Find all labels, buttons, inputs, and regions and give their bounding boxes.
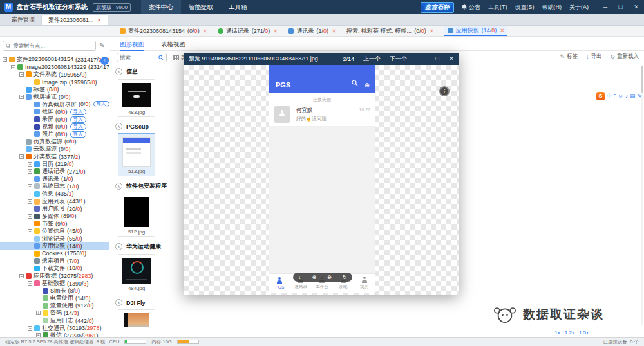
sogou-logo-icon[interactable]: S — [596, 92, 605, 100]
tree-item-通话记录[interactable]: +通话记录(271/0) — [0, 168, 109, 176]
close-button[interactable]: ✕ — [629, 0, 644, 14]
tree-item-浏览记录[interactable]: 浏览记录(55/0) — [0, 235, 109, 242]
collapse-toggle-icon[interactable]: − — [19, 274, 24, 278]
voice-icon[interactable]: ♪ — [625, 92, 628, 100]
tree-item-多媒体[interactable]: +多媒体(89/0) — [0, 212, 109, 220]
tree-item-下载文件[interactable]: 下载文件(18/0) — [0, 265, 109, 273]
tree-item-基础数据[interactable]: −基础数据(1390/3) — [0, 280, 109, 287]
tree-item-微信[interactable]: +微信(27236/2961) — [0, 332, 109, 337]
collapse-section-icon[interactable]: ∧ — [115, 299, 122, 306]
action-重新载入[interactable]: ↻重新载入 — [610, 53, 639, 60]
import-button[interactable]: 导入 — [70, 109, 86, 115]
close-tab-icon[interactable]: ✕ — [430, 28, 434, 34]
minimize-button[interactable]: ─ — [598, 0, 613, 14]
expand-toggle-icon[interactable]: + — [28, 192, 32, 196]
import-button[interactable]: 导入 — [70, 131, 86, 138]
tree-item-Sim卡[interactable]: Sim卡(8/0) — [0, 287, 109, 295]
tree-item-书签[interactable]: 书签(9/0) — [0, 220, 109, 228]
view-tab-表格视图[interactable]: 表格视图 — [161, 37, 185, 51]
window-tab-案件管理[interactable]: 案件管理 — [5, 14, 41, 25]
tree-item-截屏[interactable]: 截屏(0/0)导入 — [0, 108, 109, 116]
tree-item-标签[interactable]: 标签(0/0) — [0, 86, 109, 93]
content-tab-应用快照[interactable]: 应用快照 (14/0)✕ — [444, 26, 508, 36]
info-icon[interactable]: i — [439, 86, 450, 96]
tree-item-仿真截屏录屏[interactable]: 仿真截屏录屏(0/0)导入 — [0, 101, 109, 109]
thumbnail-card[interactable] — [118, 309, 155, 327]
tree-item-Image.zip[interactable]: Image.zip(195965/0) — [0, 78, 109, 86]
tree-item-Cookies[interactable]: Cookies(1750/0) — [0, 250, 109, 257]
punctuation-icon[interactable]: ” — [614, 92, 616, 100]
scrollbar-thumb[interactable] — [641, 66, 643, 93]
thumbnail-card-484.jpg[interactable]: 484.jpg — [118, 254, 155, 293]
content-tab-案件20230608143154[interactable]: 案件20230608143154 (0/0)✕ — [120, 26, 207, 36]
import-button[interactable]: 导入 — [70, 116, 86, 123]
tree-item-应用日志[interactable]: 应用日志(442/0) — [0, 317, 109, 325]
tree-item-电量使用[interactable]: 电量使用(14/0) — [0, 295, 109, 302]
preview-maximize-button[interactable]: □ — [430, 53, 444, 65]
thumbnail-card-483.jpg[interactable]: 483.jpg — [118, 79, 155, 117]
expand-toggle-icon[interactable]: + — [28, 229, 32, 233]
expand-toggle-icon[interactable]: + — [28, 169, 32, 174]
tree-item-通讯录[interactable]: 通讯录(1/0) — [0, 176, 109, 183]
collapse-toggle-icon[interactable]: − — [19, 72, 24, 77]
chinese-mode-icon[interactable]: 中 — [607, 92, 612, 100]
titlebar-link-设置(S)[interactable]: 设置(S) — [515, 3, 535, 12]
panel-collapse-button[interactable]: ↕ — [100, 57, 109, 65]
content-tab-搜索: 桃彩茶 模式: 模糊...[interactable]: 搜索: 桃彩茶 模式: 模糊... (0/0)✕ — [346, 26, 434, 36]
gallery-search-input[interactable] — [120, 54, 158, 60]
import-button[interactable]: 导入 — [93, 101, 109, 107]
window-tab-案件202306081...[interactable]: 案件202306081...✕ — [41, 14, 108, 25]
collapse-section-icon[interactable]: ∧ — [115, 68, 122, 75]
view-tab-图形视图[interactable]: 图形视图 — [120, 37, 144, 51]
zoom-level-1.2x[interactable]: 1.2x — [565, 330, 574, 336]
tree-item-社交通讯[interactable]: −社交通讯(30193/2978) — [0, 324, 109, 332]
close-tab-icon[interactable]: ✕ — [97, 16, 102, 24]
close-tab-icon[interactable]: ✕ — [500, 27, 504, 33]
preview-close-button[interactable]: ✕ — [444, 53, 459, 65]
import-button[interactable]: 导入 — [70, 123, 86, 130]
tree-search-box[interactable] — [3, 41, 96, 51]
tree-item-仿真数据源[interactable]: 仿真数据源(0/0) — [0, 138, 109, 146]
maximize-button[interactable]: ❐ — [613, 0, 629, 14]
menu-item-工具箱[interactable]: 工具箱 — [221, 0, 255, 14]
collapse-toggle-icon[interactable]: − — [3, 57, 7, 62]
tree-item-分类数据[interactable]: −分类数据(3377/2) — [0, 153, 109, 161]
tree-item-案件20230608143154[interactable]: −案件20230608143154(231417/2985) — [0, 56, 109, 64]
preview-minimize-button[interactable]: ─ — [416, 53, 430, 65]
menu-item-案件中心[interactable]: 案件中心 — [141, 0, 181, 14]
menu-item-智能提取[interactable]: 智能提取 — [181, 0, 221, 14]
collapse-section-icon[interactable]: ∧ — [115, 123, 122, 130]
tree-item-Image20230608143229[interactable]: −Image20230608143229(231417/2985) — [0, 64, 109, 71]
expand-toggle-icon[interactable]: + — [28, 184, 32, 188]
content-tab-通讯录[interactable]: 通讯录 (1/0)✕ — [288, 26, 336, 36]
tree-item-应用列表[interactable]: +应用列表(443/1) — [0, 197, 109, 205]
filter-brush-icon[interactable]: ✎ — [99, 42, 104, 49]
preview-titlebar[interactable]: 预览 91949BB350822111066069CD48B468A1.jpg … — [184, 53, 459, 65]
gallery-search-box[interactable] — [117, 53, 167, 62]
tree-item-用户账号[interactable]: 用户账号(20/0) — [0, 205, 109, 213]
tree-item-云数据源[interactable]: 云数据源(0/0) — [0, 145, 109, 153]
collapse-toggle-icon[interactable]: − — [28, 326, 32, 331]
titlebar-link-工具(T)[interactable]: 工具(T) — [488, 3, 507, 12]
rotate-icon[interactable]: ↻ — [343, 274, 347, 280]
tree-item-视频[interactable]: 视频(0/0)导入 — [0, 123, 109, 131]
tree-item-文件系统[interactable]: −文件系统(195965/0) — [0, 71, 109, 78]
emoji-icon[interactable]: ☺ — [618, 92, 623, 100]
titlebar-link-公告[interactable]: 公告 — [462, 3, 480, 12]
close-tab-icon[interactable]: ✕ — [332, 28, 336, 34]
titlebar-link-帮助(H)[interactable]: 帮助(H) — [542, 3, 562, 12]
previous-button[interactable]: 上一个 — [363, 55, 381, 63]
thumbnail-card-513.jpg[interactable]: 513.jpg — [118, 133, 155, 176]
close-tab-icon[interactable]: ✕ — [273, 28, 278, 34]
collapse-toggle-icon[interactable]: − — [19, 95, 24, 99]
content-tab-通话记录[interactable]: 通话记录 (271/0)✕ — [218, 26, 278, 36]
gallery-scrollbar[interactable] — [641, 66, 643, 325]
tree-item-截屏辅证[interactable]: −截屏辅证(0/0) — [0, 93, 109, 101]
tree-item-照片[interactable]: 照片(0/0)导入 — [0, 131, 109, 138]
tree-item-应用快照[interactable]: 应用快照(14/0) — [0, 242, 109, 250]
expand-toggle-icon[interactable]: + — [28, 162, 32, 167]
expand-toggle-icon[interactable]: + — [28, 199, 32, 204]
expand-toggle-icon[interactable]: + — [36, 311, 41, 315]
tree-item-密码[interactable]: +密码(14/3) — [0, 309, 109, 317]
tree-item-位置信息[interactable]: +位置信息(45/0) — [0, 228, 109, 235]
